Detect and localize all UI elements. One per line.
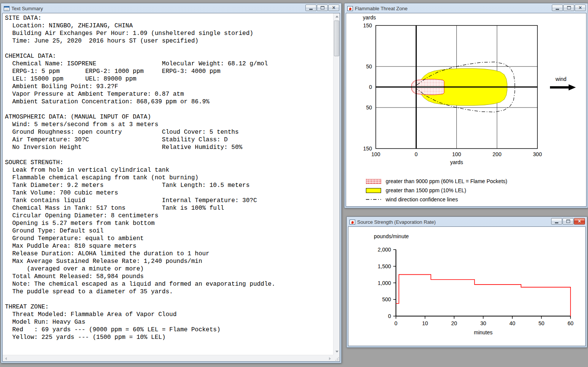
source-strength-titlebar[interactable]: Source Strength (Evaporation Rate) ×	[348, 217, 586, 226]
scroll-up-button[interactable]	[334, 13, 340, 20]
y-tick-label: 50	[366, 104, 372, 111]
x-tick-label: 30	[480, 320, 486, 326]
scroll-down-button[interactable]	[334, 348, 340, 355]
text-summary-report: SITE DATA: Location: NINGBO, ZHEJIANG, C…	[3, 13, 333, 355]
arrow-down-icon	[335, 351, 338, 353]
minimize-icon	[556, 9, 559, 10]
maximize-button[interactable]	[563, 218, 574, 225]
dash-dot-line-icon	[366, 197, 381, 202]
close-icon: ×	[332, 5, 335, 11]
y-tick-label: 2,000	[378, 247, 391, 253]
y-tick-label: 50	[366, 63, 372, 70]
close-button[interactable]: ×	[575, 5, 586, 11]
maximize-icon	[321, 6, 324, 9]
minimize-button[interactable]	[305, 5, 316, 11]
x-tick-label: 200	[493, 151, 502, 157]
x-tick-label: 0	[415, 151, 418, 157]
legend-confidence-label: wind direction confidence lines	[386, 196, 458, 202]
legend-item-confidence: wind direction confidence lines	[366, 195, 586, 204]
source-strength-window: Source Strength (Evaporation Rate) × 050…	[346, 217, 587, 348]
window-controls: ×	[551, 218, 585, 225]
text-summary-window: Text Summary × SITE DATA: Location: NING…	[1, 3, 342, 363]
yellow-zone-swatch-icon	[366, 188, 381, 193]
x-tick-label: 300	[533, 151, 542, 157]
source-strength-window-icon	[350, 220, 355, 225]
maximize-icon	[566, 220, 570, 223]
threat-zone-content-area: 100010020030015050050150yardsyardswind g…	[346, 13, 586, 207]
close-icon: ×	[578, 5, 582, 11]
maximize-button[interactable]	[317, 5, 328, 11]
y-tick-label: 1,000	[378, 280, 391, 286]
x-tick-label: 10	[422, 320, 428, 326]
close-button[interactable]: ×	[328, 5, 339, 11]
threat-zone-titlebar[interactable]: Flammable Threat Zone ×	[346, 3, 586, 13]
threat-zone-plot: 100010020030015050050150yardsyardswind	[346, 13, 586, 169]
y-tick-label: 1,500	[378, 263, 391, 269]
threat-zone-title: Flammable Threat Zone	[355, 6, 552, 11]
text-summary-window-icon	[4, 6, 10, 11]
window-controls: ×	[552, 5, 586, 11]
resize-grip[interactable]	[335, 356, 339, 361]
x-tick-label: 100	[452, 151, 461, 157]
y-tick-label: 500	[382, 296, 391, 302]
y-tick-label: 0	[369, 84, 372, 90]
wind-arrow-head	[569, 84, 576, 90]
scroll-right-button[interactable]	[327, 355, 333, 362]
source-strength-content-area: 05001,0001,5002,0000102030405060pounds/m…	[348, 226, 586, 346]
x-tick-label: 60	[567, 320, 574, 326]
red-zone-swatch-icon	[366, 179, 381, 184]
arrow-right-icon	[329, 357, 331, 360]
legend-item-red: greater than 9000 ppm (60% LEL = Flame P…	[366, 177, 586, 186]
wind-label: wind	[555, 76, 567, 82]
y-axis-title: yards	[363, 14, 376, 21]
legend-yellow-label: greater than 1500 ppm (10% LEL)	[386, 187, 466, 193]
vertical-scrollbar[interactable]	[333, 13, 340, 355]
y-tick-label: 150	[363, 146, 372, 152]
threat-zone-legend: greater than 9000 ppm (60% LEL = Flame P…	[366, 177, 586, 204]
close-button[interactable]: ×	[574, 218, 585, 225]
legend-item-yellow: greater than 1500 ppm (10% LEL)	[366, 186, 586, 195]
x-tick-label: 0	[394, 320, 397, 326]
maximize-icon	[567, 6, 571, 9]
x-tick-label: 100	[371, 151, 380, 157]
x-axis-title: minutes	[474, 329, 493, 335]
close-icon: ×	[578, 218, 581, 224]
minimize-icon	[309, 9, 313, 10]
x-tick-label: 50	[539, 320, 545, 326]
minimize-button[interactable]	[552, 5, 563, 11]
y-tick-label: 0	[388, 313, 391, 319]
text-summary-title: Text Summary	[11, 6, 305, 11]
y-axis-title: pounds/minute	[374, 233, 409, 239]
arrow-up-icon	[335, 16, 338, 17]
window-controls: ×	[305, 5, 339, 11]
arrow-left-icon	[5, 357, 7, 360]
minimize-button[interactable]	[551, 218, 562, 225]
vertical-scroll-thumb[interactable]	[334, 21, 339, 56]
legend-red-label: greater than 9000 ppm (60% LEL = Flame P…	[386, 178, 507, 184]
evaporation-rate-line	[396, 275, 571, 316]
desktop: { "chrome": { "close_glyph": "×" }, "des…	[0, 0, 588, 367]
maximize-button[interactable]	[563, 5, 574, 11]
source-strength-plot: 05001,0001,5002,0000102030405060pounds/m…	[348, 227, 585, 345]
source-strength-title: Source Strength (Evaporation Rate)	[357, 219, 551, 225]
threat-zone-window-icon	[347, 6, 353, 11]
x-axis-title: yards	[450, 159, 463, 165]
flammable-threat-zone-window: Flammable Threat Zone × 1000100200300150…	[344, 3, 588, 208]
minimize-icon	[555, 222, 558, 223]
x-tick-label: 40	[509, 320, 515, 326]
scrollbar-corner	[333, 355, 340, 361]
horizontal-scrollbar[interactable]	[3, 355, 333, 361]
x-tick-label: 20	[451, 320, 457, 326]
scroll-left-button[interactable]	[3, 355, 9, 362]
text-summary-titlebar[interactable]: Text Summary ×	[2, 3, 340, 13]
text-summary-content-area: SITE DATA: Location: NINGBO, ZHEJIANG, C…	[2, 13, 340, 362]
y-tick-label: 150	[363, 22, 372, 28]
